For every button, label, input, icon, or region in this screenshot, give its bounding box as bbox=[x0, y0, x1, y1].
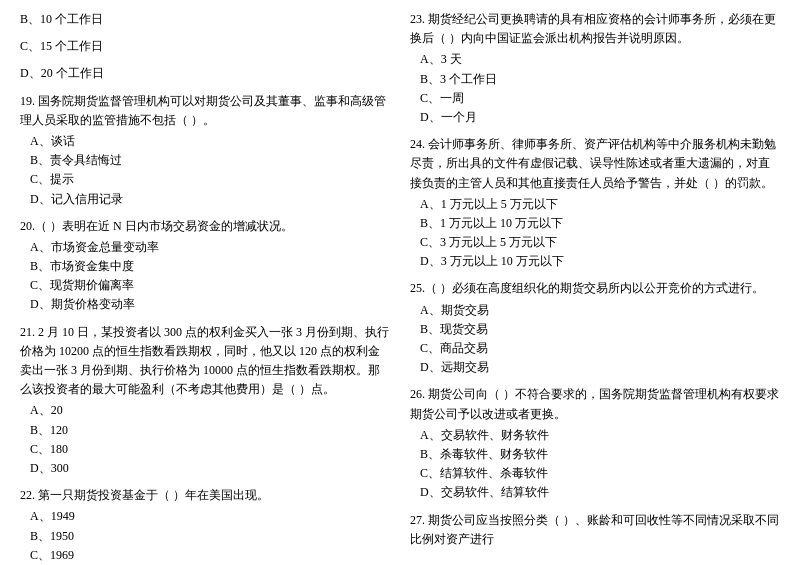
q19-title: 19. 国务院期货监督管理机构可以对期货公司及其董事、监事和高级管理人员采取的监… bbox=[20, 92, 390, 130]
q22-optionC: C、1969 bbox=[30, 546, 390, 565]
q23-optionC: C、一周 bbox=[420, 89, 780, 108]
q21-optionA: A、20 bbox=[30, 401, 390, 420]
q19-optionC: C、提示 bbox=[30, 170, 390, 189]
q23-optionD: D、一个月 bbox=[420, 108, 780, 127]
q22-title: 22. 第一只期货投资基金于（ ）年在美国出现。 bbox=[20, 486, 390, 505]
right-column: 23. 期货经纪公司更换聘请的具有相应资格的会计师事务所，必须在更换后（ ）内向… bbox=[410, 10, 780, 565]
q25-optionD: D、远期交易 bbox=[420, 358, 780, 377]
q26-options: A、交易软件、财务软件 B、杀毒软件、财务软件 C、结算软件、杀毒软件 D、交易… bbox=[410, 426, 780, 503]
columns-layout: B、10 个工作日 C、15 个工作日 D、20 个工作日 19. 国务院期货监… bbox=[20, 10, 780, 565]
q24-optionC: C、3 万元以上 5 万元以下 bbox=[420, 233, 780, 252]
q19-options: A、谈话 B、责令具结悔过 C、提示 D、记入信用记录 bbox=[20, 132, 390, 209]
option-text: C、15 个工作日 bbox=[20, 37, 390, 56]
q20-optionA: A、市场资金总量变动率 bbox=[30, 238, 390, 257]
q23-optionB: B、3 个工作日 bbox=[420, 70, 780, 89]
q24-options: A、1 万元以上 5 万元以下 B、1 万元以上 10 万元以下 C、3 万元以… bbox=[410, 195, 780, 272]
q25-title: 25.（ ）必须在高度组织化的期货交易所内以公开竞价的方式进行。 bbox=[410, 279, 780, 298]
q20-optionB: B、市场资金集中度 bbox=[30, 257, 390, 276]
q25-optionC: C、商品交易 bbox=[420, 339, 780, 358]
q-b-10-workdays: B、10 个工作日 bbox=[20, 10, 390, 29]
q26-optionA: A、交易软件、财务软件 bbox=[420, 426, 780, 445]
option-text: B、10 个工作日 bbox=[20, 10, 390, 29]
question-22: 22. 第一只期货投资基金于（ ）年在美国出现。 A、1949 B、1950 C… bbox=[20, 486, 390, 565]
q-c-15-workdays: C、15 个工作日 bbox=[20, 37, 390, 56]
q26-optionD: D、交易软件、结算软件 bbox=[420, 483, 780, 502]
question-23: 23. 期货经纪公司更换聘请的具有相应资格的会计师事务所，必须在更换后（ ）内向… bbox=[410, 10, 780, 127]
q25-options: A、期货交易 B、现货交易 C、商品交易 D、远期交易 bbox=[410, 301, 780, 378]
q26-optionC: C、结算软件、杀毒软件 bbox=[420, 464, 780, 483]
q24-optionA: A、1 万元以上 5 万元以下 bbox=[420, 195, 780, 214]
q21-optionC: C、180 bbox=[30, 440, 390, 459]
question-26: 26. 期货公司向（ ）不符合要求的，国务院期货监督管理机构有权要求期货公司予以… bbox=[410, 385, 780, 502]
question-21: 21. 2 月 10 日，某投资者以 300 点的权利金买入一张 3 月份到期、… bbox=[20, 323, 390, 479]
q21-title: 21. 2 月 10 日，某投资者以 300 点的权利金买入一张 3 月份到期、… bbox=[20, 323, 390, 400]
q22-optionA: A、1949 bbox=[30, 507, 390, 526]
option-text: D、20 个工作日 bbox=[20, 64, 390, 83]
q-d-20-workdays: D、20 个工作日 bbox=[20, 64, 390, 83]
q20-optionD: D、期货价格变动率 bbox=[30, 295, 390, 314]
question-19: 19. 国务院期货监督管理机构可以对期货公司及其董事、监事和高级管理人员采取的监… bbox=[20, 92, 390, 209]
q22-optionB: B、1950 bbox=[30, 527, 390, 546]
left-column: B、10 个工作日 C、15 个工作日 D、20 个工作日 19. 国务院期货监… bbox=[20, 10, 390, 565]
q21-optionB: B、120 bbox=[30, 421, 390, 440]
page-container: B、10 个工作日 C、15 个工作日 D、20 个工作日 19. 国务院期货监… bbox=[20, 10, 780, 565]
q20-optionC: C、现货期价偏离率 bbox=[30, 276, 390, 295]
q23-title: 23. 期货经纪公司更换聘请的具有相应资格的会计师事务所，必须在更换后（ ）内向… bbox=[410, 10, 780, 48]
question-20: 20.（ ）表明在近 N 日内市场交易资金的增减状况。 A、市场资金总量变动率 … bbox=[20, 217, 390, 315]
q25-optionB: B、现货交易 bbox=[420, 320, 780, 339]
q23-optionA: A、3 天 bbox=[420, 50, 780, 69]
question-24: 24. 会计师事务所、律师事务所、资产评估机构等中介服务机构未勤勉尽责，所出具的… bbox=[410, 135, 780, 271]
question-27: 27. 期货公司应当按照分类（ ）、账龄和可回收性等不同情况采取不同比例对资产进… bbox=[410, 511, 780, 549]
q27-title: 27. 期货公司应当按照分类（ ）、账龄和可回收性等不同情况采取不同比例对资产进… bbox=[410, 511, 780, 549]
q22-options: A、1949 B、1950 C、1969 D、1970 bbox=[20, 507, 390, 565]
q24-optionD: D、3 万元以上 10 万元以下 bbox=[420, 252, 780, 271]
q21-optionD: D、300 bbox=[30, 459, 390, 478]
q25-optionA: A、期货交易 bbox=[420, 301, 780, 320]
q19-optionA: A、谈话 bbox=[30, 132, 390, 151]
q24-optionB: B、1 万元以上 10 万元以下 bbox=[420, 214, 780, 233]
q19-optionD: D、记入信用记录 bbox=[30, 190, 390, 209]
q23-options: A、3 天 B、3 个工作日 C、一周 D、一个月 bbox=[410, 50, 780, 127]
question-25: 25.（ ）必须在高度组织化的期货交易所内以公开竞价的方式进行。 A、期货交易 … bbox=[410, 279, 780, 377]
q21-options: A、20 B、120 C、180 D、300 bbox=[20, 401, 390, 478]
q20-options: A、市场资金总量变动率 B、市场资金集中度 C、现货期价偏离率 D、期货价格变动… bbox=[20, 238, 390, 315]
q26-optionB: B、杀毒软件、财务软件 bbox=[420, 445, 780, 464]
q20-title: 20.（ ）表明在近 N 日内市场交易资金的增减状况。 bbox=[20, 217, 390, 236]
q19-optionB: B、责令具结悔过 bbox=[30, 151, 390, 170]
q26-title: 26. 期货公司向（ ）不符合要求的，国务院期货监督管理机构有权要求期货公司予以… bbox=[410, 385, 780, 423]
q24-title: 24. 会计师事务所、律师事务所、资产评估机构等中介服务机构未勤勉尽责，所出具的… bbox=[410, 135, 780, 193]
